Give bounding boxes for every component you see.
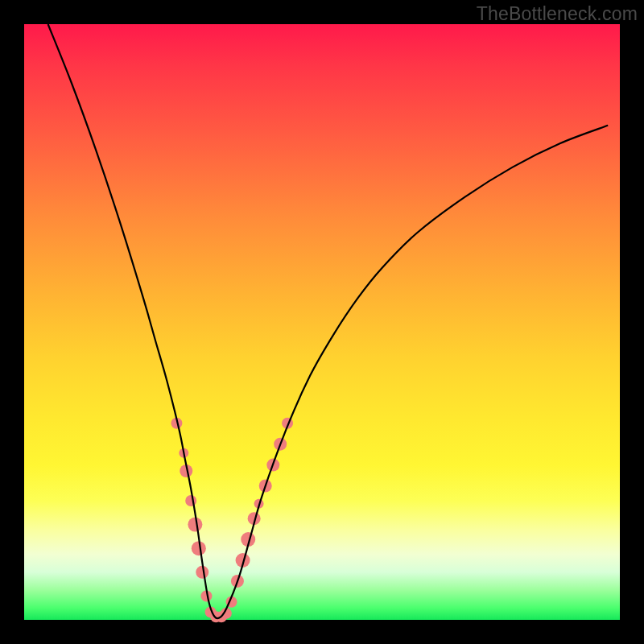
- markers-layer: [171, 418, 293, 623]
- bottleneck-curve: [48, 24, 609, 618]
- marker-dot: [185, 495, 196, 506]
- plot-area: [24, 24, 620, 620]
- chart-svg: [24, 24, 620, 620]
- marker-dot: [192, 541, 206, 555]
- marker-dot: [188, 518, 202, 532]
- outer-frame: TheBottleneck.com: [0, 0, 644, 644]
- watermark-text: TheBottleneck.com: [477, 3, 638, 25]
